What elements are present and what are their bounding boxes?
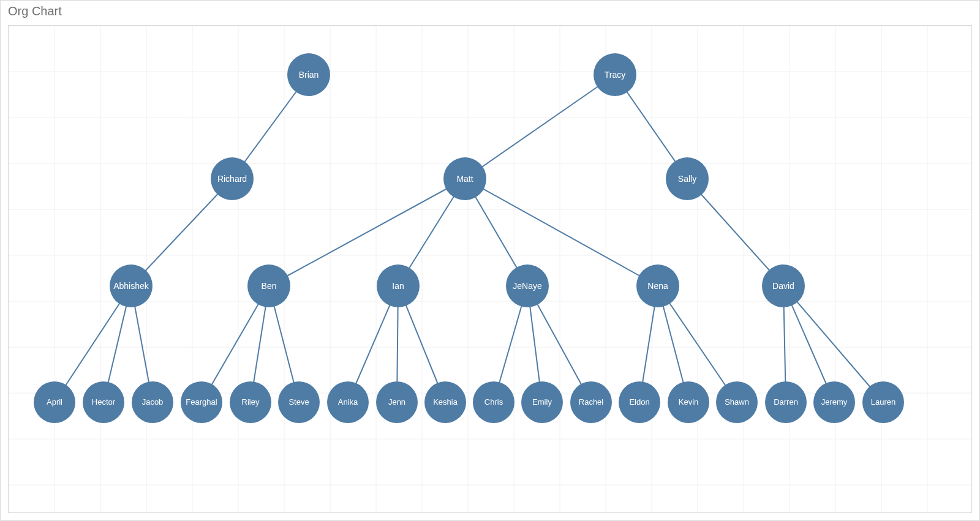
node-label: Eldon bbox=[629, 397, 649, 407]
node-label: Steve bbox=[288, 397, 309, 407]
node-label: Emily bbox=[532, 397, 552, 407]
node-label: Tracy bbox=[605, 70, 625, 80]
chart-area: BrianTracyRichardMattSallyAbhishekBenIan… bbox=[8, 25, 972, 513]
nodes: BrianTracyRichardMattSallyAbhishekBenIan… bbox=[34, 53, 904, 423]
node-david[interactable]: David bbox=[762, 264, 805, 307]
node-label: Hector bbox=[92, 397, 116, 407]
edge-sally-david bbox=[687, 179, 783, 286]
node-brian[interactable]: Brian bbox=[287, 53, 330, 96]
node-jacob[interactable]: Jacob bbox=[132, 381, 173, 423]
node-kevin[interactable]: Kevin bbox=[668, 381, 709, 423]
grid bbox=[9, 26, 971, 512]
node-abhishek[interactable]: Abhishek bbox=[110, 264, 153, 307]
node-label: Darren bbox=[774, 397, 798, 407]
node-label: Brian bbox=[299, 70, 319, 80]
node-label: Jeremy bbox=[821, 397, 848, 407]
node-nena[interactable]: Nena bbox=[636, 264, 679, 307]
node-rachel[interactable]: Rachel bbox=[570, 381, 612, 423]
page-title: Org Chart bbox=[8, 4, 62, 18]
node-hector[interactable]: Hector bbox=[83, 381, 124, 423]
node-april[interactable]: April bbox=[34, 381, 75, 423]
node-ben[interactable]: Ben bbox=[247, 264, 290, 307]
node-emily[interactable]: Emily bbox=[521, 381, 563, 423]
edge-matt-ben bbox=[269, 179, 465, 286]
edge-matt-nena bbox=[465, 179, 658, 286]
node-jenaye[interactable]: JeNaye bbox=[506, 264, 549, 307]
node-label: JeNaye bbox=[513, 281, 542, 291]
node-eldon[interactable]: Eldon bbox=[619, 381, 660, 423]
node-label: Ben bbox=[262, 281, 277, 291]
node-chris[interactable]: Chris bbox=[473, 381, 514, 423]
node-label: Anika bbox=[338, 397, 358, 407]
node-label: Lauren bbox=[871, 397, 895, 407]
node-darren[interactable]: Darren bbox=[765, 381, 807, 423]
node-richard[interactable]: Richard bbox=[211, 157, 254, 200]
node-steve[interactable]: Steve bbox=[278, 381, 320, 423]
node-label: David bbox=[772, 281, 794, 291]
node-matt[interactable]: Matt bbox=[443, 157, 486, 200]
node-jenn[interactable]: Jenn bbox=[376, 381, 418, 423]
node-label: Jenn bbox=[388, 397, 405, 407]
node-label: Fearghal bbox=[186, 397, 217, 407]
node-label: Rachel bbox=[579, 397, 604, 407]
node-label: Keshia bbox=[433, 397, 458, 407]
node-label: Riley bbox=[242, 397, 260, 407]
node-keshia[interactable]: Keshia bbox=[424, 381, 466, 423]
node-label: April bbox=[47, 397, 62, 407]
node-fearghal[interactable]: Fearghal bbox=[181, 381, 222, 423]
node-label: Richard bbox=[217, 174, 247, 184]
node-sally[interactable]: Sally bbox=[666, 157, 709, 200]
node-label: Chris bbox=[484, 397, 503, 407]
node-lauren[interactable]: Lauren bbox=[862, 381, 904, 423]
node-label: Shawn bbox=[725, 397, 749, 407]
node-shawn[interactable]: Shawn bbox=[716, 381, 758, 423]
org-chart-panel: Org Chart BrianTracyRichardMattSallyAbhi… bbox=[0, 0, 980, 521]
node-label: Matt bbox=[456, 174, 473, 184]
edges bbox=[55, 75, 883, 402]
node-label: Nena bbox=[647, 281, 668, 291]
node-label: Sally bbox=[678, 174, 696, 184]
node-label: Abhishek bbox=[113, 281, 149, 291]
node-tracy[interactable]: Tracy bbox=[594, 53, 636, 96]
org-chart-svg[interactable]: BrianTracyRichardMattSallyAbhishekBenIan… bbox=[9, 26, 971, 512]
node-label: Ian bbox=[392, 281, 404, 291]
node-label: Jacob bbox=[142, 397, 164, 407]
node-ian[interactable]: Ian bbox=[377, 264, 420, 307]
node-riley[interactable]: Riley bbox=[230, 381, 271, 423]
node-jeremy[interactable]: Jeremy bbox=[813, 381, 855, 423]
node-anika[interactable]: Anika bbox=[327, 381, 369, 423]
node-label: Kevin bbox=[679, 397, 699, 407]
